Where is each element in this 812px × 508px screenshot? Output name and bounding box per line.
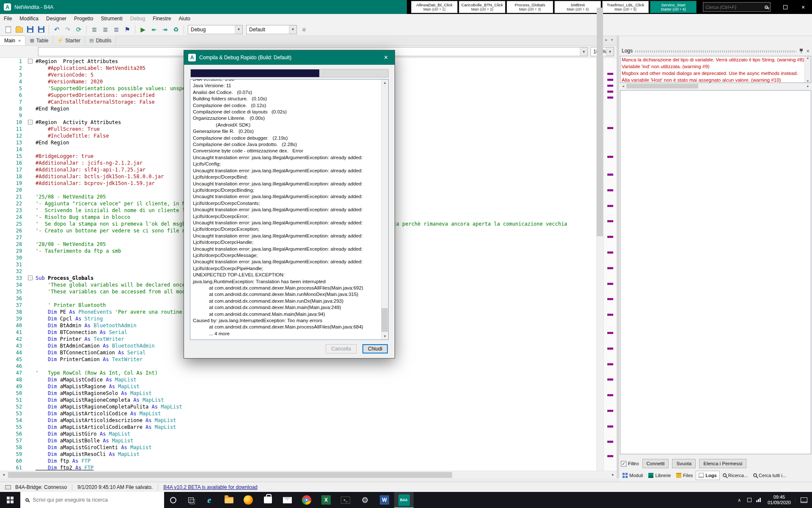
fold-collapse-icon[interactable]: - <box>28 120 33 124</box>
code-text[interactable]: '- Risolto Bug stampa in blocco <box>36 214 130 221</box>
code-text[interactable]: #End Region <box>36 105 69 112</box>
code-text[interactable]: Dim aMapListBolle As MapList <box>36 437 133 444</box>
close-button[interactable]: × <box>794 0 812 14</box>
close-dialog-button[interactable]: Chiudi <box>362 344 388 353</box>
cortana-button[interactable] <box>164 492 182 508</box>
subs-list-icon[interactable]: ≣ <box>111 25 121 35</box>
code-text[interactable]: Dim aMapListResoCli As MapList <box>36 451 140 458</box>
taskbar-terminal[interactable]: >_ <box>336 492 355 508</box>
network-icon[interactable] <box>754 498 763 502</box>
taskbar-b4a[interactable]: B4A <box>394 492 414 508</box>
code-text[interactable]: #ApplicationLabel: NetVendita205 <box>36 65 145 72</box>
button-connetti[interactable]: Connetti <box>642 459 669 468</box>
tab-starter[interactable]: ⚡Starter <box>53 36 85 45</box>
code-text[interactable]: Dim aMapListGiroClienti As MapList <box>36 444 152 451</box>
dialog-scrollbar[interactable]: ▲▼ <box>381 80 388 340</box>
pin-icon[interactable] <box>799 48 804 54</box>
code-text[interactable]: #Region Activity Attributes <box>36 119 121 126</box>
action-center-button[interactable] <box>795 497 812 503</box>
profile-select[interactable]: Default ▼ <box>246 25 297 34</box>
taskbar-search[interactable] <box>20 492 164 508</box>
undo-icon[interactable]: ↶ <box>52 25 62 35</box>
code-text[interactable]: '25/08 - NetVendita 205 <box>36 193 106 200</box>
panel-tab-librerie[interactable]: Librerie <box>646 471 673 480</box>
build-configuration-select[interactable]: Debug ▼ <box>188 25 243 34</box>
scroll-right-arrow[interactable]: ► <box>805 85 811 88</box>
scroll-left-arrow[interactable]: ◄ <box>620 85 626 88</box>
panel-tab-cerca-tutti-i[interactable]: Cerca tutti i... <box>751 471 789 480</box>
bookmark-flag-icon[interactable]: ⚑ <box>122 25 132 35</box>
tray-generic-icon[interactable] <box>745 498 754 502</box>
code-text[interactable]: #FullScreen: True <box>36 126 100 133</box>
code-text[interactable]: Dim aMapListCodice As MapList <box>36 376 136 383</box>
tray-expand-icon[interactable]: ∧ <box>734 497 745 503</box>
code-text[interactable]: 'These variables can be accessed from al… <box>36 288 200 295</box>
editor-vscroll-thumb[interactable] <box>597 8 603 236</box>
panel-tab-moduli[interactable]: Moduli <box>620 471 645 480</box>
code-text[interactable]: ' Type RowCol (Row As Int, Col As Int) <box>36 370 158 376</box>
tab-table[interactable]: ▦Table <box>25 36 53 45</box>
code-text[interactable]: Dim aMapListGiro As MapList <box>36 431 130 437</box>
scroll-left-arrow[interactable]: ◄ <box>0 471 7 479</box>
taskbar-settings[interactable]: ⚙ <box>355 492 375 508</box>
open-project-icon[interactable] <box>14 25 24 35</box>
taskbar-mail[interactable] <box>277 492 297 508</box>
nav-back-icon[interactable]: ↞ <box>149 25 159 35</box>
menu-aiuto[interactable]: Aiuto <box>175 14 194 23</box>
bookmark-process-globals[interactable]: Process_GlobalsMain (ctrl + 3) <box>507 1 553 13</box>
code-text[interactable]: #Region Project Attributes <box>36 58 118 65</box>
taskbar-clock[interactable]: 09:45 01/09/2020 <box>763 494 795 505</box>
code-text[interactable]: Dim BTConnection As Serial <box>36 329 127 336</box>
code-text[interactable]: #CanInstallToExternalStorage: False <box>36 99 155 105</box>
scroll-right-arrow[interactable]: ► <box>609 471 617 479</box>
new-file-icon[interactable] <box>3 25 13 35</box>
code-text[interactable]: Dim aMapListArticolidescrizione As MapLi… <box>36 417 176 424</box>
warnings-scrollbar[interactable]: ▲▼ <box>804 56 811 83</box>
bookmark-caricobolle-btn-click[interactable]: CaricoBolle_BTN_ClickMain (ctrl + 2) <box>459 1 505 13</box>
taskbar-word[interactable]: W <box>375 492 394 508</box>
code-text[interactable]: #AdditionalJar: bcprov-jdk15on-1.59.jar <box>36 180 155 187</box>
redo-icon[interactable]: ↷ <box>63 25 73 35</box>
members-list-icon[interactable]: ≣ <box>89 25 99 35</box>
panel-tab-ricerca[interactable]: Ricerca... <box>720 471 750 480</box>
close-tab-icon[interactable]: × <box>18 38 21 43</box>
editor-horizontal-scrollbar[interactable]: ◄ ► <box>0 471 617 478</box>
panel-tab-files[interactable]: Files <box>674 471 695 480</box>
filter-checkbox[interactable]: ✓ <box>621 461 626 467</box>
fold-collapse-icon[interactable]: - <box>28 59 33 64</box>
button-svuota[interactable]: Svuota <box>672 459 696 468</box>
warnings-hscrollbar[interactable]: ◄ ► <box>620 83 811 89</box>
taskbar-file-explorer[interactable] <box>219 492 239 508</box>
code-text[interactable]: #End Region <box>36 139 69 146</box>
code-text[interactable]: #AdditionalJar: bctls-jdk15on-1.58.0.0.j… <box>36 173 164 180</box>
code-text[interactable]: Dim aMapListRagione As MapList <box>36 383 140 390</box>
panel-drag-grip[interactable] <box>635 50 796 52</box>
taskbar-excel[interactable]: X <box>316 492 336 508</box>
menu-finestre[interactable]: Finestre <box>149 14 175 23</box>
code-text[interactable]: '- Tasferimento da ftp a smb <box>36 248 121 254</box>
taskbar-firefox[interactable] <box>239 492 258 508</box>
logs-output-area[interactable] <box>620 90 811 454</box>
code-text[interactable]: Dim aMapListRagioneCompleta As MapList <box>36 397 164 403</box>
task-view-button[interactable] <box>182 492 200 508</box>
menu-file[interactable]: File <box>0 14 16 23</box>
menu-progetto[interactable]: Progetto <box>70 14 97 23</box>
bookmark-trasfirisci-lbl-click[interactable]: Trasfirisci_LBL_ClickMain (ctrl + 5) <box>602 1 649 13</box>
code-text[interactable]: ' Scrivendo le iniziali del nome di un c… <box>36 207 207 214</box>
taskbar-search-input[interactable] <box>33 497 147 503</box>
code-text[interactable]: Dim Cpcl As String <box>36 315 103 322</box>
update-link[interactable]: B4A v10.2 BETA is available for download <box>163 484 258 490</box>
warnings-hscroll-thumb[interactable] <box>626 84 698 88</box>
code-text[interactable]: Dim aMapListRagioneSolo As MapList <box>36 390 152 397</box>
code-text[interactable]: Dim aMapListRagioneCompletaPulita As Map… <box>36 403 182 410</box>
taskbar-chrome[interactable] <box>297 492 316 508</box>
fold-collapse-icon[interactable]: - <box>28 276 33 280</box>
menu-modifica[interactable]: Modifica <box>16 14 42 23</box>
code-text[interactable]: #VersionCode: 5 <box>36 72 93 78</box>
dialog-close-icon[interactable]: × <box>381 54 390 61</box>
minimize-button[interactable]: – <box>759 0 776 14</box>
tab-main[interactable]: Main× <box>0 36 25 45</box>
code-text[interactable]: Dim ftp As FTP <box>36 458 91 464</box>
code-text[interactable]: Sub Process_Globals <box>36 275 93 282</box>
refresh-icon[interactable]: ⟳ <box>74 25 84 35</box>
